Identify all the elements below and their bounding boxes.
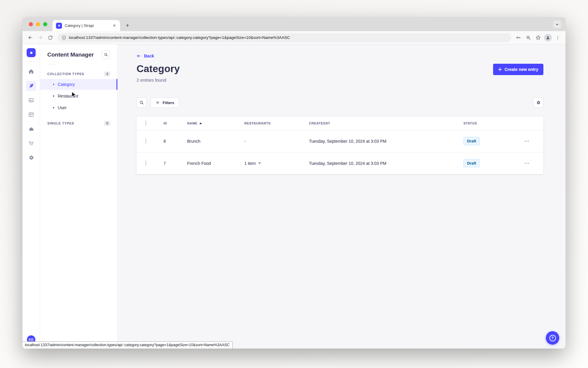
zoom-magnifier-icon[interactable] bbox=[523, 33, 533, 42]
table-search-button[interactable] bbox=[137, 98, 147, 108]
cell-id: 8 bbox=[163, 139, 187, 144]
create-new-entry-button[interactable]: Create new entry bbox=[493, 64, 543, 75]
browser-profile-avatar[interactable] bbox=[544, 34, 552, 42]
column-header-name[interactable]: NAME bbox=[187, 121, 244, 125]
home-icon[interactable] bbox=[26, 66, 36, 77]
sidebar-item-category[interactable]: Category bbox=[40, 79, 117, 90]
table-header-row: ID NAME RESTAURANTS CREATEDAT STATUS bbox=[137, 117, 543, 130]
forward-navigation-icon bbox=[35, 33, 45, 42]
reload-icon[interactable] bbox=[45, 33, 55, 42]
marketplace-cart-icon[interactable] bbox=[26, 138, 36, 148]
close-tab-icon[interactable]: ✕ bbox=[112, 23, 117, 28]
content-manager-subnav: Content Manager COLLECTION TYPES 3 Categ… bbox=[40, 44, 118, 349]
traffic-lights bbox=[29, 22, 47, 26]
collection-types-label: COLLECTION TYPES bbox=[47, 72, 84, 76]
status-badge: Draft bbox=[463, 137, 480, 145]
question-mark-icon: ? bbox=[549, 335, 556, 341]
row-actions-menu[interactable]: ⋯ bbox=[520, 160, 534, 166]
browser-menu-icon[interactable] bbox=[553, 33, 563, 42]
media-library-icon[interactable] bbox=[26, 95, 36, 105]
browser-window: Category | Strapi ✕ + localhost:1337/adm… bbox=[22, 17, 566, 349]
single-types-label: SINGLE TYPES bbox=[47, 121, 74, 125]
page-title: Category bbox=[137, 64, 180, 74]
entries-table: ID NAME RESTAURANTS CREATEDAT STATUS 8 B… bbox=[137, 117, 543, 174]
bullet-icon bbox=[53, 107, 54, 108]
cell-restaurants[interactable]: 1 item bbox=[244, 161, 309, 166]
cell-id: 7 bbox=[163, 161, 187, 166]
filters-button[interactable]: Filters bbox=[151, 98, 179, 108]
column-header-id[interactable]: ID bbox=[163, 121, 187, 125]
single-types-count-badge: 0 bbox=[104, 121, 110, 126]
tab-search-chevron-icon[interactable] bbox=[553, 21, 561, 28]
table-row[interactable]: 7 French Food 1 item Tuesday, September … bbox=[137, 152, 543, 174]
row-checkbox[interactable] bbox=[146, 160, 146, 166]
cell-createdat: Tuesday, September 10, 2024 at 3:03 PM bbox=[309, 139, 463, 144]
cell-name: French Food bbox=[187, 161, 244, 166]
back-link[interactable]: Back bbox=[137, 54, 154, 58]
gear-icon bbox=[536, 100, 541, 105]
subnav-title: Content Manager bbox=[47, 51, 94, 58]
site-info-icon[interactable] bbox=[62, 35, 66, 40]
tab-strip: Category | Strapi ✕ + bbox=[22, 17, 566, 31]
entries-count-text: 2 entries found bbox=[137, 77, 543, 83]
close-window-button[interactable] bbox=[29, 22, 33, 26]
bullet-icon bbox=[53, 95, 54, 97]
status-bar-url: localhost:1337/admin/content-manager/col… bbox=[22, 341, 233, 349]
password-key-icon[interactable] bbox=[513, 33, 523, 42]
zoom-window-button[interactable] bbox=[43, 22, 47, 26]
content-type-builder-icon[interactable] bbox=[26, 110, 36, 120]
strapi-logo[interactable] bbox=[27, 48, 36, 57]
cloud-deploy-icon[interactable] bbox=[26, 124, 36, 134]
table-row[interactable]: 8 Brunch - Tuesday, September 10, 2024 a… bbox=[137, 130, 543, 152]
help-button[interactable]: ? bbox=[546, 331, 559, 345]
rail-divider bbox=[22, 61, 40, 61]
address-bar[interactable]: localhost:1337/admin/content-manager/col… bbox=[57, 33, 511, 42]
cell-name: Brunch bbox=[187, 139, 244, 144]
sidebar-item-label: Category bbox=[58, 82, 75, 87]
column-header-status[interactable]: STATUS bbox=[463, 121, 520, 125]
minimize-window-button[interactable] bbox=[36, 22, 40, 26]
subnav-divider bbox=[47, 64, 54, 64]
settings-gear-icon[interactable] bbox=[26, 153, 36, 163]
tab-title: Category | Strapi bbox=[65, 23, 109, 28]
collection-types-count-badge: 3 bbox=[104, 72, 110, 76]
cell-createdat: Tuesday, September 10, 2024 at 3:03 PM bbox=[309, 161, 463, 166]
sidebar-item-label: Restaurant bbox=[58, 94, 78, 98]
status-badge: Draft bbox=[463, 159, 480, 167]
chevron-down-icon bbox=[258, 162, 261, 164]
cell-restaurants: - bbox=[244, 139, 309, 144]
filter-icon bbox=[155, 101, 160, 105]
sidebar-item-label: User bbox=[58, 105, 67, 110]
row-checkbox[interactable] bbox=[146, 138, 146, 144]
sort-ascending-icon bbox=[199, 122, 202, 124]
browser-tab[interactable]: Category | Strapi ✕ bbox=[52, 20, 120, 31]
search-icon bbox=[139, 100, 144, 105]
strapi-favicon bbox=[56, 23, 62, 29]
view-settings-button[interactable] bbox=[533, 98, 543, 108]
strapi-admin-app: KD Content Manager COLLECTION TYPES 3 Ca… bbox=[22, 44, 566, 349]
plus-icon bbox=[498, 68, 502, 71]
search-icon bbox=[104, 53, 108, 57]
url-text[interactable]: localhost:1337/admin/content-manager/col… bbox=[69, 35, 290, 40]
bookmark-star-icon[interactable] bbox=[533, 33, 543, 42]
content-manager-feather-icon[interactable] bbox=[26, 81, 36, 91]
main-nav-rail: KD bbox=[22, 44, 40, 349]
subnav-search-button[interactable] bbox=[102, 51, 110, 59]
bullet-icon bbox=[53, 84, 54, 85]
row-actions-menu[interactable]: ⋯ bbox=[520, 138, 534, 144]
main-content: Back Category Create new entry 2 entries… bbox=[118, 44, 566, 349]
column-header-createdat[interactable]: CREATEDAT bbox=[309, 121, 463, 125]
select-all-checkbox[interactable] bbox=[146, 120, 146, 126]
sidebar-item-user[interactable]: User bbox=[40, 102, 117, 113]
sidebar-item-restaurant[interactable]: Restaurant bbox=[40, 91, 117, 101]
arrow-left-icon bbox=[137, 54, 141, 58]
back-navigation-icon[interactable] bbox=[25, 33, 35, 42]
column-header-restaurants[interactable]: RESTAURANTS bbox=[244, 121, 309, 125]
browser-toolbar: localhost:1337/admin/content-manager/col… bbox=[22, 31, 566, 44]
new-tab-button[interactable]: + bbox=[123, 21, 132, 30]
